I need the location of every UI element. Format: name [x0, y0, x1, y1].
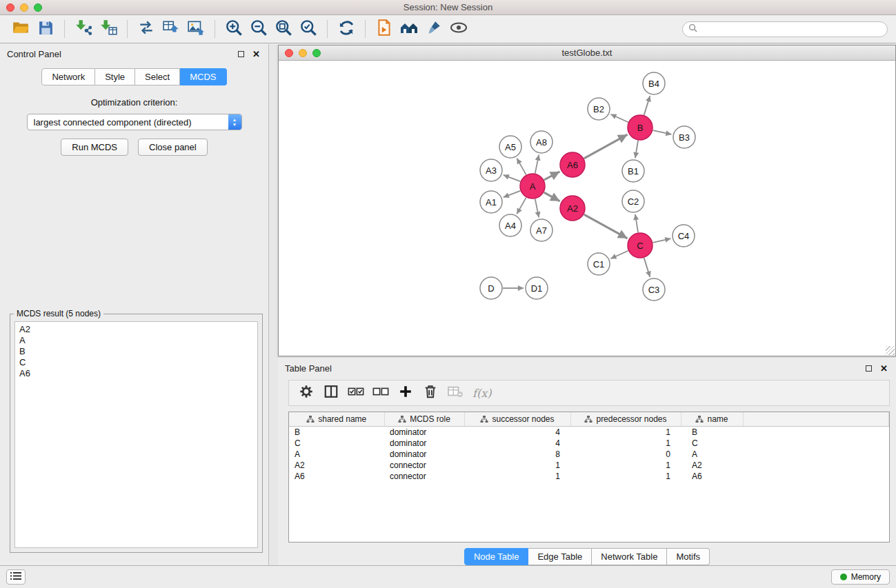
zoom-fit-icon: [275, 19, 293, 40]
search-box[interactable]: [682, 21, 888, 37]
close-panel-button[interactable]: Close panel: [138, 139, 208, 156]
criterion-dropdown[interactable]: largest connected component (directed) ▲…: [27, 114, 242, 130]
graph-edge-B-B2[interactable]: [610, 114, 628, 122]
table-panel-title: Table Panel: [285, 363, 332, 374]
column-header-name[interactable]: name: [681, 412, 743, 427]
graph-edge-A-A2[interactable]: [544, 192, 560, 201]
graph-edge-B-B1[interactable]: [635, 141, 638, 158]
tab-network-table[interactable]: Network Table: [592, 548, 667, 565]
float-panel-icon[interactable]: [238, 51, 244, 57]
tab-style[interactable]: Style: [95, 68, 135, 85]
import-table-button[interactable]: [96, 17, 121, 41]
table-row[interactable]: A6connector11A6: [289, 471, 889, 482]
mcds-result-list[interactable]: A2ABCA6: [14, 321, 258, 548]
column-header-icon: [584, 416, 593, 423]
tab-edge-table[interactable]: Edge Table: [528, 548, 592, 565]
close-window-button[interactable]: [6, 3, 14, 12]
network-file-icon: [375, 19, 393, 39]
table-row[interactable]: A2connector11A2: [289, 460, 889, 471]
table-settings-button[interactable]: [296, 383, 317, 403]
graph-edge-A2-C[interactable]: [584, 214, 628, 239]
network-canvas[interactable]: AA1A2A3A4A5A6A7A8BB1B2B3B4CC1C2C3C4DD1: [279, 61, 895, 356]
run-mcds-button[interactable]: Run MCDS: [61, 139, 128, 156]
show-hide-button[interactable]: [446, 17, 471, 41]
column-layout-button[interactable]: [321, 383, 341, 403]
minimize-window-button[interactable]: [20, 3, 28, 12]
import-network-button[interactable]: [71, 17, 96, 41]
add-row-button[interactable]: [395, 383, 416, 403]
node-table-container[interactable]: shared name MCDS role successor nodes pr…: [288, 412, 890, 543]
style-brush-button[interactable]: [421, 17, 446, 41]
show-all-networks-button[interactable]: [397, 17, 421, 41]
graph-edge-A-A5[interactable]: [517, 159, 526, 175]
graph-edge-B-B3[interactable]: [653, 130, 672, 134]
table-row[interactable]: Cdominator41C: [289, 438, 889, 449]
network-file-button[interactable]: [372, 17, 397, 41]
resize-grip[interactable]: [886, 346, 895, 355]
tab-node-table[interactable]: Node Table: [464, 548, 529, 565]
delete-table-button[interactable]: [445, 383, 466, 403]
result-item[interactable]: A: [19, 335, 253, 346]
table-row[interactable]: Bdominator41B: [289, 427, 889, 438]
table-row[interactable]: Adominator80A: [289, 449, 889, 460]
network-zoom-button[interactable]: [312, 49, 321, 57]
graph-edge-A-A1[interactable]: [504, 191, 521, 197]
function-builder-button[interactable]: f(x): [470, 387, 491, 400]
zoom-window-button[interactable]: [34, 3, 42, 12]
network-minimize-button[interactable]: [299, 49, 307, 57]
zoom-out-button[interactable]: [246, 17, 271, 41]
graph-edge-A-A4[interactable]: [517, 198, 526, 214]
apply-layout-button[interactable]: [334, 17, 359, 41]
graph-edge-A-A3[interactable]: [504, 175, 521, 181]
zoom-in-button[interactable]: [221, 17, 246, 41]
export-table-button[interactable]: [159, 17, 183, 41]
column-header-successor-nodes[interactable]: successor nodes: [464, 412, 570, 427]
window-title: Session: New Session: [0, 0, 896, 14]
tab-select[interactable]: Select: [135, 68, 180, 85]
column-header-shared-name[interactable]: shared name: [289, 412, 384, 427]
select-all-button[interactable]: [346, 383, 366, 403]
graph-edge-C-C3[interactable]: [644, 258, 650, 277]
column-header-filler: [743, 412, 889, 427]
control-panel-tabs: Network Style Select MCDS: [0, 68, 268, 85]
result-item[interactable]: A2: [19, 324, 253, 335]
result-item[interactable]: C: [19, 357, 253, 368]
column-header-predecessor-nodes[interactable]: predecessor nodes: [570, 412, 681, 427]
network-window-titlebar[interactable]: testGlobe.txt: [279, 45, 895, 61]
memory-button[interactable]: Memory: [831, 569, 890, 585]
tab-network[interactable]: Network: [41, 68, 95, 85]
tab-mcds[interactable]: MCDS: [180, 68, 226, 85]
export-image-button[interactable]: [183, 17, 208, 41]
zoom-fit-button[interactable]: [271, 17, 296, 41]
graph-node-label: D1: [531, 283, 543, 294]
save-session-button[interactable]: [33, 17, 58, 41]
network-window-title: testGlobe.txt: [279, 45, 895, 60]
graph-edge-C-C2[interactable]: [635, 214, 638, 232]
graph-edge-A-A6[interactable]: [544, 172, 560, 180]
graph-edge-A6-B[interactable]: [584, 134, 628, 159]
graph-node-label: C2: [628, 196, 639, 207]
open-session-button[interactable]: [8, 17, 33, 41]
search-input[interactable]: [701, 24, 882, 34]
column-header-mcds-role[interactable]: MCDS role: [384, 412, 464, 427]
task-history-button[interactable]: [6, 569, 26, 585]
graph-edge-B-B4[interactable]: [644, 96, 650, 115]
tab-motifs[interactable]: Motifs: [667, 548, 710, 565]
clone-network-button[interactable]: [134, 17, 159, 41]
delete-table-icon: [447, 385, 464, 401]
table-float-panel-icon[interactable]: [866, 365, 872, 372]
graph-edge-C-C1[interactable]: [610, 251, 628, 258]
delete-row-button[interactable]: [420, 383, 441, 403]
zoom-selected-button[interactable]: [296, 17, 321, 41]
graph-edge-A-A8[interactable]: [535, 155, 539, 174]
control-panel-header: Control Panel ✕: [0, 44, 268, 62]
result-item[interactable]: A6: [19, 368, 253, 379]
result-item[interactable]: B: [19, 346, 253, 357]
table-close-panel-icon[interactable]: ✕: [880, 365, 888, 372]
graph-node-label: D: [488, 283, 494, 294]
close-panel-icon[interactable]: ✕: [252, 51, 260, 58]
graph-edge-C-C4[interactable]: [653, 239, 671, 243]
network-close-button[interactable]: [285, 49, 293, 57]
deselect-all-button[interactable]: [370, 383, 391, 403]
graph-edge-A-A7[interactable]: [535, 199, 539, 218]
